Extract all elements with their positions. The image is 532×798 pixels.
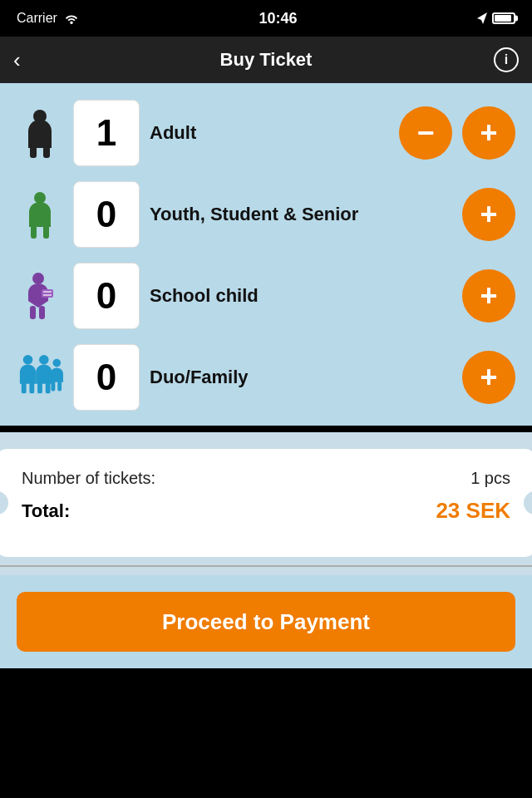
tickets-count-value: 1 pcs [470, 469, 510, 488]
summary-area: Number of tickets: 1 pcs Total: 23 SEK [0, 432, 532, 575]
svg-rect-8 [43, 291, 52, 293]
ticket-row-school: 0 School child + [17, 263, 515, 329]
youth-label: Youth, Student & Senior [150, 203, 452, 226]
location-icon [477, 12, 487, 24]
svg-rect-7 [42, 289, 53, 298]
svg-rect-4 [31, 225, 37, 239]
adult-label: Adult [150, 121, 389, 145]
family-plus-button[interactable]: + [462, 351, 515, 404]
svg-rect-20 [57, 382, 62, 392]
divider [0, 565, 532, 567]
wifi-icon [64, 12, 79, 24]
family-count: 0 [73, 344, 140, 411]
total-row: Total: 23 SEK [22, 498, 510, 524]
adult-count: 1 [73, 100, 140, 166]
svg-rect-11 [39, 306, 45, 319]
total-value: 23 SEK [436, 498, 510, 524]
adult-icon-cell [17, 108, 63, 158]
svg-rect-1 [30, 146, 37, 158]
tickets-count-row: Number of tickets: 1 pcs [22, 469, 510, 488]
tickets-count-label: Number of tickets: [22, 469, 155, 488]
family-label: Duo/Family [150, 366, 452, 389]
main-content: 1 Adult − + 0 Youth, Student & Senior + [0, 83, 532, 426]
ticket-summary-card: Number of tickets: 1 pcs Total: 23 SEK [0, 449, 532, 557]
info-button[interactable]: i [494, 47, 519, 72]
school-plus-button[interactable]: + [462, 269, 515, 323]
svg-rect-17 [46, 382, 51, 394]
nav-info-area: i [482, 47, 519, 72]
youth-count: 0 [73, 181, 140, 248]
svg-rect-13 [22, 382, 27, 394]
ticket-row-youth: 0 Youth, Student & Senior + [17, 181, 515, 248]
svg-point-15 [39, 355, 49, 365]
bottom-button-area: Proceed to Payment [0, 575, 532, 668]
status-right [477, 12, 515, 24]
back-button[interactable]: ‹ [13, 47, 50, 73]
svg-rect-2 [43, 146, 50, 158]
adult-plus-button[interactable]: + [462, 106, 515, 160]
ticket-row-adult: 1 Adult − + [17, 100, 515, 166]
school-count: 0 [73, 263, 140, 329]
ticket-row-family: 0 Duo/Family + [17, 344, 515, 411]
family-icon-cell [17, 352, 63, 402]
youth-plus-button[interactable]: + [462, 188, 515, 241]
school-label: School child [150, 284, 452, 308]
svg-point-12 [23, 355, 33, 365]
total-label: Total: [22, 500, 70, 522]
svg-point-6 [32, 273, 44, 284]
adult-minus-button[interactable]: − [399, 106, 452, 160]
adult-person-icon [22, 108, 58, 158]
family-icon [17, 352, 63, 402]
school-icon-cell [17, 271, 63, 321]
proceed-to-payment-button[interactable]: Proceed to Payment [17, 592, 515, 652]
youth-person-icon [23, 190, 57, 239]
nav-bar: ‹ Buy Ticket i [0, 37, 532, 83]
school-person-icon [20, 271, 60, 321]
svg-point-3 [34, 192, 46, 204]
page-title: Buy Ticket [50, 49, 482, 71]
youth-icon-cell [17, 190, 63, 239]
svg-point-18 [52, 359, 61, 367]
svg-rect-19 [52, 382, 56, 392]
svg-rect-5 [43, 225, 49, 239]
svg-rect-16 [37, 382, 42, 394]
battery-icon [492, 12, 515, 24]
carrier-label: Carrier [17, 11, 57, 26]
status-time: 10:46 [259, 10, 297, 27]
svg-rect-10 [30, 306, 36, 319]
status-bar: Carrier 10:46 [0, 0, 532, 37]
status-left: Carrier [17, 11, 79, 26]
svg-rect-9 [43, 294, 52, 296]
svg-rect-14 [29, 382, 34, 394]
